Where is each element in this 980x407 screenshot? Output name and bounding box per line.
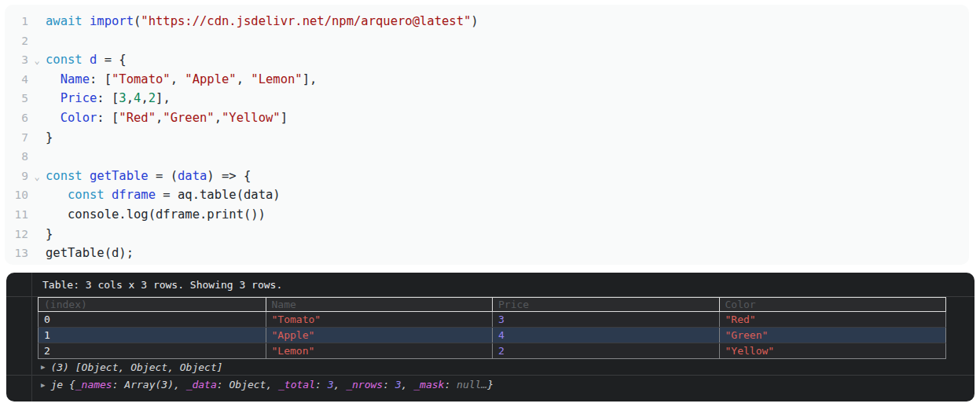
object-preview-token: : bbox=[444, 379, 457, 390]
line-number: 10 bbox=[5, 185, 28, 205]
code-line[interactable]: 6 Color: ["Red","Green","Yellow"] bbox=[5, 108, 969, 128]
table-cell: 2 bbox=[492, 343, 719, 358]
code-token: "Red" bbox=[119, 111, 156, 125]
table-cell: "Yellow" bbox=[719, 343, 946, 358]
object-preview-token: , bbox=[402, 379, 414, 390]
expand-arrow-icon[interactable]: ▶ bbox=[41, 381, 45, 389]
code-token bbox=[105, 188, 112, 202]
table-cell: "Red" bbox=[719, 312, 946, 327]
code-text: await import("https://cdn.jsdelivr.net/n… bbox=[46, 12, 479, 31]
code-line[interactable]: 7} bbox=[5, 128, 969, 148]
code-line[interactable]: 9⌄const getTable = (data) => { bbox=[5, 167, 969, 186]
code-text: const d = { bbox=[46, 50, 127, 70]
code-token: "Green" bbox=[163, 111, 214, 125]
line-number: 1 bbox=[5, 12, 28, 31]
code-token: 2 bbox=[149, 91, 156, 105]
code-token: await bbox=[46, 14, 83, 28]
code-token: = { bbox=[97, 53, 126, 67]
expand-arrow-icon[interactable]: ▶ bbox=[41, 363, 45, 371]
code-line[interactable]: 10 const dframe = aq.table(data) bbox=[5, 185, 969, 205]
fold-spacer bbox=[28, 185, 46, 205]
code-line[interactable]: 8 bbox=[5, 147, 969, 167]
code-token: , bbox=[141, 91, 148, 105]
object-preview-token: : bbox=[383, 379, 395, 390]
object-preview-token: 3 bbox=[395, 379, 402, 390]
object-preview-row[interactable]: ▶ je {_names: Array(3), _data: Object, _… bbox=[6, 375, 974, 394]
code-token bbox=[83, 53, 90, 67]
code-line[interactable]: 13getTable(d); bbox=[5, 244, 969, 263]
table-cell: "Apple" bbox=[266, 328, 493, 343]
code-token: , bbox=[215, 111, 222, 125]
table-header-cell[interactable]: (index) bbox=[39, 298, 266, 311]
object-preview-token: 3 bbox=[328, 379, 334, 390]
table-header-cell[interactable]: Name bbox=[266, 298, 493, 311]
code-token: , bbox=[127, 91, 134, 105]
code-token: } bbox=[46, 227, 53, 241]
code-token: const bbox=[46, 169, 83, 183]
code-token: } bbox=[46, 130, 53, 145]
object-preview-token: : Object, bbox=[217, 379, 278, 390]
line-number: 9 bbox=[5, 167, 28, 186]
code-token: Color bbox=[61, 111, 97, 125]
code-line[interactable]: 5 Price: [3,4,2], bbox=[5, 89, 969, 108]
line-number: 2 bbox=[5, 31, 28, 51]
table-cell: 0 bbox=[39, 312, 266, 327]
line-number: 13 bbox=[5, 244, 28, 263]
table-cell: 1 bbox=[39, 328, 266, 343]
object-preview-token: je { bbox=[50, 379, 75, 390]
code-editor[interactable]: 1await import("https://cdn.jsdelivr.net/… bbox=[5, 5, 969, 265]
fold-spacer bbox=[28, 12, 46, 31]
fold-spacer bbox=[28, 31, 46, 51]
code-line[interactable]: 12} bbox=[5, 225, 969, 244]
code-token bbox=[46, 91, 61, 105]
object-preview-token: : Array(3), bbox=[112, 379, 186, 390]
table-cell: 4 bbox=[492, 328, 719, 343]
table-header-cell[interactable]: Color bbox=[719, 298, 946, 311]
code-token: : [ bbox=[97, 111, 119, 125]
code-token bbox=[83, 169, 90, 183]
table-header-cell[interactable]: Price bbox=[492, 298, 719, 311]
fold-spacer bbox=[28, 108, 46, 128]
object-preview-token: : bbox=[315, 379, 328, 390]
code-line[interactable]: 3⌄const d = { bbox=[5, 50, 969, 70]
code-token: Price bbox=[61, 91, 97, 105]
code-token: ] bbox=[281, 111, 288, 125]
object-preview-token: _names bbox=[75, 379, 112, 390]
console-table: (index)NamePriceColor0"Tomato"3"Red"1"Ap… bbox=[38, 297, 946, 359]
object-preview-token: null… bbox=[457, 379, 487, 390]
code-token: , bbox=[156, 111, 163, 125]
object-preview-token: _nrows bbox=[346, 379, 383, 390]
code-token: dframe bbox=[112, 188, 156, 202]
line-number: 7 bbox=[5, 128, 28, 148]
code-line[interactable]: 4 Name: ["Tomato", "Apple", "Lemon"], bbox=[5, 70, 969, 90]
code-token: : [ bbox=[90, 72, 112, 86]
code-token bbox=[46, 72, 61, 86]
object-preview-text: je {_names: Array(3), _data: Object, _to… bbox=[50, 379, 494, 390]
code-token: , bbox=[237, 72, 251, 86]
code-line[interactable]: 11 console.log(dframe.print()) bbox=[5, 205, 969, 225]
fold-spacer bbox=[28, 147, 46, 167]
code-text: getTable(d); bbox=[46, 244, 134, 263]
line-number: 8 bbox=[5, 147, 28, 167]
code-token: ], bbox=[303, 72, 317, 86]
code-token: "Apple" bbox=[185, 72, 236, 86]
code-token: const bbox=[68, 188, 105, 202]
array-preview-text: (3) [Object, Object, Object] bbox=[50, 361, 222, 373]
code-token: ( bbox=[134, 14, 141, 28]
fold-chevron-icon[interactable]: ⌄ bbox=[28, 50, 46, 70]
code-token: 3 bbox=[119, 91, 126, 105]
console-gutter-divider bbox=[31, 273, 32, 402]
code-token: ], bbox=[156, 91, 171, 105]
code-token: ) bbox=[471, 14, 478, 28]
code-text: Name: ["Tomato", "Apple", "Lemon"], bbox=[46, 70, 317, 90]
object-preview-token: } bbox=[487, 379, 494, 390]
array-preview-row[interactable]: ▶ (3) [Object, Object, Object] bbox=[6, 359, 974, 375]
code-line[interactable]: 2 bbox=[5, 31, 969, 51]
code-line[interactable]: 1await import("https://cdn.jsdelivr.net/… bbox=[5, 12, 969, 31]
object-preview-token: _total bbox=[278, 379, 315, 390]
table-cell: 3 bbox=[492, 312, 719, 327]
code-text: const getTable = (data) => { bbox=[46, 167, 251, 186]
table-cell: 2 bbox=[39, 343, 266, 358]
fold-chevron-icon[interactable]: ⌄ bbox=[28, 167, 46, 186]
code-token: "Tomato" bbox=[112, 72, 171, 86]
